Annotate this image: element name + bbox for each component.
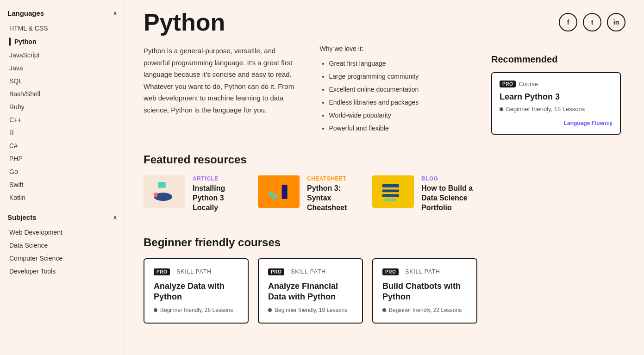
sidebar-item-java[interactable]: Java xyxy=(7,62,125,75)
sidebar-item-label: PHP xyxy=(9,155,23,162)
description-section: Python is a general-purpose, versatile, … xyxy=(144,45,477,135)
subjects-section-header[interactable]: Subjects ∧ xyxy=(7,213,125,221)
social-icons: f t in xyxy=(559,13,625,31)
svg-rect-10 xyxy=(382,184,399,187)
resource-type: CHEATSHEET xyxy=(307,175,363,182)
sidebar-item-label: Swift xyxy=(9,181,23,188)
sidebar-item-javascript[interactable]: JavaScript xyxy=(7,49,125,62)
skill-path-label: Skill Path xyxy=(291,268,326,275)
sidebar-item-bash-shell[interactable]: Bash/Shell xyxy=(7,87,125,100)
recommended-meta-text: Beginner friendly, 18 Lessons xyxy=(506,106,585,112)
recommended-card[interactable]: PRO Course Learn Python 3 Beginner frien… xyxy=(491,72,621,135)
why-love-item: Powerful and flexible xyxy=(329,122,478,135)
featured-section-title: Featured resources xyxy=(144,153,477,166)
why-love-item: Endless libraries and packages xyxy=(329,96,478,109)
sidebar-item-web-development[interactable]: Web Development xyxy=(7,226,125,239)
pro-badge: PRO xyxy=(154,268,170,275)
sidebar-item-computer-science[interactable]: Computer Science xyxy=(7,252,125,265)
sidebar-item-go[interactable]: Go xyxy=(7,165,125,178)
sidebar-item-swift[interactable]: Swift xyxy=(7,178,125,191)
recommended-title: Recommended xyxy=(491,54,625,65)
sidebar-item-label: SQL xyxy=(9,77,22,85)
why-love-list: Great first languageLarge programming co… xyxy=(320,57,478,135)
active-bar xyxy=(9,37,11,46)
sidebar-item-label: Bash/Shell xyxy=(9,90,40,98)
dot-icon xyxy=(382,308,386,312)
page-layout: Python is a general-purpose, versatile, … xyxy=(144,45,625,324)
course-card-title: Build Chatbots with Python xyxy=(382,281,467,303)
subjects-list: Web DevelopmentData ScienceComputer Scie… xyxy=(7,226,125,278)
subjects-chevron-icon: ∧ xyxy=(113,214,117,221)
sidebar-item-label: JavaScript xyxy=(9,51,39,59)
resource-info: BLOGHow to Build a Data Science Portfoli… xyxy=(421,175,477,212)
resource-thumb-article xyxy=(144,175,185,208)
description-text: Python is a general-purpose, versatile, … xyxy=(144,45,301,135)
main-content: Python f t in Python is a general-purpos… xyxy=(125,0,644,355)
sidebar-item-label: Developer Tools xyxy=(9,268,56,275)
skill-path-header: PROSkill Path xyxy=(154,268,238,275)
resource-type: ARTICLE xyxy=(193,175,249,182)
recommended-card-tag: Language Fluency xyxy=(500,120,613,126)
sidebar-item-kotlin[interactable]: Kotlin xyxy=(7,191,125,204)
pro-badge: PRO xyxy=(268,268,284,275)
subjects-label: Subjects xyxy=(7,213,37,221)
twitter-icon[interactable]: t xyxy=(583,13,601,31)
sidebar-item-html-css[interactable]: HTML & CSS xyxy=(7,22,125,35)
sidebar-item-label: Java xyxy=(9,64,23,72)
resource-card-article[interactable]: ARTICLEInstalling Python 3 Locally xyxy=(144,175,249,212)
why-love-section: Why we love it: Great first languageLarg… xyxy=(320,45,478,135)
resource-thumb-cheatsheet xyxy=(258,175,300,208)
sidebar-item-csharp[interactable]: C# xyxy=(7,139,125,152)
sidebar-item-label: Python xyxy=(14,38,36,45)
sidebar-item-label: C# xyxy=(9,142,18,149)
sidebar-item-developer-tools[interactable]: Developer Tools xyxy=(7,265,125,278)
svg-rect-1 xyxy=(158,182,166,187)
dot-icon xyxy=(500,107,503,111)
resource-card-blog[interactable]: BLOGHow to Build a Data Science Portfoli… xyxy=(372,175,477,212)
svg-rect-17 xyxy=(391,199,395,201)
sidebar-item-label: HTML & CSS xyxy=(9,25,48,32)
featured-section: Featured resources ARTICLEInstalling Pyt… xyxy=(144,153,477,212)
sidebar-item-label: Kotlin xyxy=(9,194,25,201)
why-love-item: Excellent online documentation xyxy=(329,83,478,96)
svg-rect-3 xyxy=(154,193,157,197)
sidebar-item-php[interactable]: PHP xyxy=(7,152,125,165)
sidebar-item-data-science[interactable]: Data Science xyxy=(7,239,125,252)
svg-rect-15 xyxy=(382,194,399,197)
languages-chevron-icon: ∧ xyxy=(113,10,117,17)
sidebar-item-label: Data Science xyxy=(9,242,48,249)
sidebar: Languages ∧ HTML & CSSPythonJavaScriptJa… xyxy=(0,0,125,355)
pro-badge: PRO xyxy=(382,268,399,275)
page-title: Python xyxy=(144,9,225,36)
course-card[interactable]: PROSkill PathAnalyze Financial Data with… xyxy=(258,258,363,324)
page-header: Python f t in xyxy=(144,0,625,36)
svg-rect-11 xyxy=(382,189,399,192)
sidebar-item-sql[interactable]: SQL xyxy=(7,75,125,87)
course-card[interactable]: PROSkill PathAnalyze Data with PythonBeg… xyxy=(144,258,249,324)
why-love-title: Why we love it: xyxy=(320,45,478,52)
sidebar-item-label: Web Development xyxy=(9,229,63,236)
skill-path-header: PROSkill Path xyxy=(268,268,353,275)
why-love-item: World-wide popularity xyxy=(329,109,478,122)
facebook-icon[interactable]: f xyxy=(559,13,577,31)
recommended-pro-badge: PRO xyxy=(500,81,516,87)
sidebar-item-cpp[interactable]: C++ xyxy=(7,113,125,126)
course-meta-text: Beginner friendly, 22 Lessons xyxy=(389,307,462,313)
languages-list: HTML & CSSPythonJavaScriptJavaSQLBash/Sh… xyxy=(7,22,125,204)
sidebar-item-python[interactable]: Python xyxy=(7,35,125,49)
recommended-card-title: Learn Python 3 xyxy=(500,92,613,102)
recommended-type-label: Course xyxy=(519,81,538,87)
linkedin-icon[interactable]: in xyxy=(607,13,625,31)
main-content-area: Python is a general-purpose, versatile, … xyxy=(144,45,477,324)
sidebar-item-ruby[interactable]: Ruby xyxy=(7,100,125,113)
course-card[interactable]: PROSkill PathBuild Chatbots with PythonB… xyxy=(372,258,477,324)
course-card-title: Analyze Data with Python xyxy=(154,281,238,303)
languages-section-header[interactable]: Languages ∧ xyxy=(7,9,125,17)
languages-label: Languages xyxy=(7,9,44,17)
svg-rect-5 xyxy=(282,185,288,199)
sidebar-item-r[interactable]: R xyxy=(7,126,125,139)
resource-card-cheatsheet[interactable]: CHEATSHEETPython 3: Syntax Cheatsheet xyxy=(258,175,363,212)
why-love-item: Large programming community xyxy=(329,70,478,83)
resource-type: BLOG xyxy=(421,175,477,182)
sidebar-item-label: R xyxy=(9,129,14,137)
